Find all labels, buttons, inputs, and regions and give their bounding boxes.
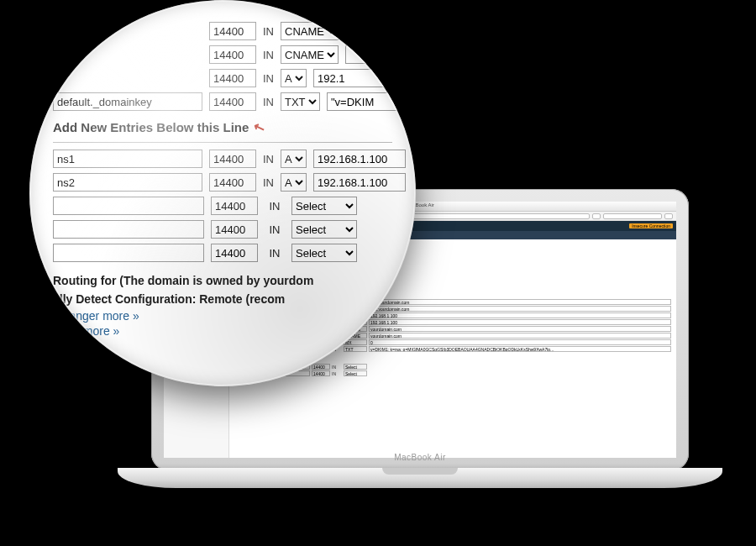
record-value-input[interactable] bbox=[369, 326, 671, 332]
record-ttl-input[interactable] bbox=[312, 370, 330, 376]
record-value-input[interactable] bbox=[369, 339, 671, 345]
reload-button[interactable] bbox=[592, 213, 601, 219]
remote-link[interactable]: Remote bbox=[199, 292, 242, 306]
record-ttl-input[interactable] bbox=[211, 197, 258, 215]
add-entries-heading: Add New Entries Below this Line ↖ bbox=[53, 119, 392, 135]
record-value-input[interactable] bbox=[327, 92, 416, 111]
record-type-select[interactable]: Select bbox=[291, 197, 357, 215]
dns-row: INCNAME bbox=[53, 45, 392, 64]
menu-button[interactable] bbox=[664, 213, 673, 219]
record-class: IN bbox=[265, 200, 285, 213]
record-type-select[interactable]: Select bbox=[291, 244, 357, 262]
record-ttl-input[interactable] bbox=[209, 45, 256, 64]
record-name-input[interactable] bbox=[53, 197, 204, 215]
dns-row: INA bbox=[53, 69, 392, 87]
record-ttl-input[interactable] bbox=[209, 150, 256, 168]
record-name-input[interactable] bbox=[53, 92, 202, 111]
record-value-input[interactable] bbox=[369, 346, 671, 352]
record-class: IN bbox=[263, 72, 274, 85]
record-value-input[interactable] bbox=[313, 150, 406, 168]
record-class: IN bbox=[263, 176, 274, 189]
record-value-input[interactable] bbox=[369, 306, 671, 312]
record-name-input[interactable] bbox=[53, 244, 204, 262]
record-ttl-input[interactable] bbox=[211, 220, 258, 239]
dns-row-small: IN bbox=[234, 370, 671, 376]
record-class: IN bbox=[332, 365, 342, 370]
record-type-select[interactable]: CNAME bbox=[281, 22, 339, 40]
record-value-input[interactable] bbox=[369, 319, 671, 325]
record-ttl-input[interactable] bbox=[211, 244, 258, 262]
record-value-input[interactable] bbox=[345, 45, 416, 64]
dns-row: INSelect bbox=[53, 220, 392, 239]
dns-row: INSelect bbox=[53, 197, 392, 215]
record-value-input[interactable] bbox=[369, 333, 671, 339]
dns-row: INA bbox=[53, 173, 392, 192]
record-type-select[interactable]: A bbox=[281, 150, 307, 168]
record-value-input[interactable] bbox=[369, 299, 671, 305]
more-link-2[interactable]: r more » bbox=[53, 324, 392, 338]
record-type-select[interactable]: CNAME bbox=[281, 45, 339, 64]
dns-row: INSelect bbox=[53, 244, 392, 262]
record-type-select[interactable]: A bbox=[281, 173, 307, 192]
record-value-input[interactable] bbox=[369, 312, 671, 318]
lens-content: INCNAMEINCNAMEINAINTXT Add New Entries B… bbox=[29, 0, 416, 386]
record-class: IN bbox=[263, 153, 274, 165]
record-name-input[interactable] bbox=[53, 220, 204, 239]
record-ttl-input[interactable] bbox=[209, 22, 256, 40]
record-class: IN bbox=[263, 96, 274, 108]
dns-row: INCNAME bbox=[53, 22, 392, 40]
dns-row: INTXT bbox=[53, 92, 392, 111]
record-value-input[interactable] bbox=[313, 173, 406, 192]
record-value-input[interactable] bbox=[345, 22, 416, 40]
record-name-input[interactable] bbox=[53, 150, 202, 168]
trackpad-notch bbox=[382, 468, 458, 475]
record-type-select[interactable]: Select bbox=[291, 220, 357, 239]
more-link-1[interactable]: anger more » bbox=[53, 309, 392, 323]
record-type-input[interactable] bbox=[344, 346, 367, 352]
record-type-select[interactable]: A bbox=[281, 69, 307, 87]
record-ttl-input[interactable] bbox=[312, 364, 330, 370]
search-field[interactable] bbox=[603, 213, 662, 219]
record-class: IN bbox=[265, 247, 285, 260]
divider bbox=[53, 142, 392, 143]
dns-row: INA bbox=[53, 150, 392, 168]
record-class: IN bbox=[265, 223, 285, 236]
record-type-select[interactable]: TXT bbox=[281, 92, 320, 111]
record-ttl-input[interactable] bbox=[209, 173, 256, 192]
record-ttl-input[interactable] bbox=[209, 69, 256, 87]
record-class: IN bbox=[332, 371, 342, 376]
record-class: IN bbox=[263, 25, 274, 38]
detect-line: ally Detect Configuration: Remote (recom bbox=[53, 292, 392, 306]
record-type-input[interactable] bbox=[344, 370, 367, 376]
routing-heading: Routing for (The domain is owned by your… bbox=[53, 274, 392, 287]
record-name-input[interactable] bbox=[53, 173, 202, 192]
magnifier-lens: INCNAMEINCNAMEINAINTXT Add New Entries B… bbox=[29, 0, 416, 386]
record-type-input[interactable] bbox=[344, 364, 367, 370]
insecure-badge[interactable]: Insecure Connection bbox=[629, 223, 673, 228]
cursor-icon: ↖ bbox=[252, 118, 268, 136]
record-value-input[interactable] bbox=[313, 69, 406, 87]
record-ttl-input[interactable] bbox=[209, 92, 256, 111]
record-class: IN bbox=[263, 49, 274, 61]
laptop-brand: MacBook Air bbox=[394, 453, 446, 462]
